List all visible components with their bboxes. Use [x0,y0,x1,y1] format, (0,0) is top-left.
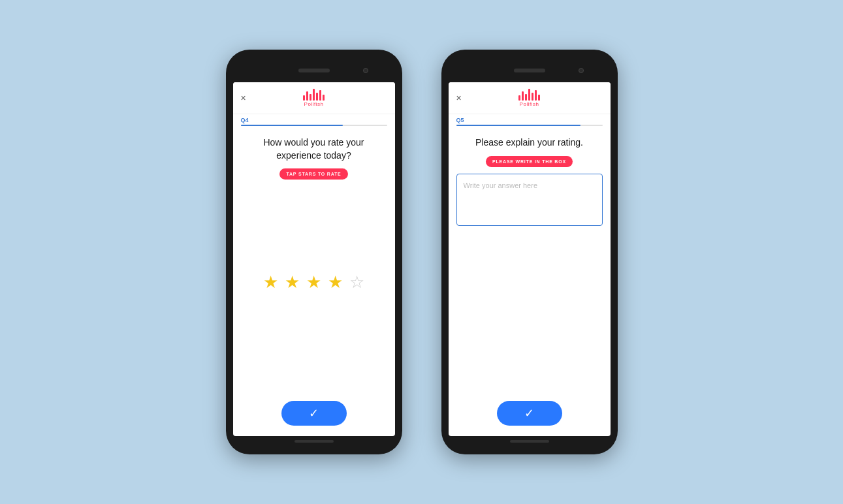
logo-bar-b7 [538,95,540,101]
close-button-1[interactable]: × [241,93,246,102]
logo-bar-b3 [525,94,527,101]
screen-2-content: Please explain your rating. PLEASE WRITE… [449,126,611,436]
speaker-1 [298,69,330,72]
screen-2-header: × Pollfish [449,82,611,114]
logo-bars-2 [518,89,540,101]
header-2-row: × Pollfish [456,89,603,107]
phone-2-screen: × Pollfish Q5 [449,82,611,436]
logo-bar-b1 [518,95,520,101]
brand-name-1: Pollfish [304,101,324,107]
screen-1-content: How would you rate your experience today… [233,126,395,436]
star-3[interactable]: ★ [306,272,321,292]
phone-1-screen: × Pollfish Q4 [233,82,395,436]
phone-2-bottom-bar [510,440,549,443]
speaker-2 [514,69,545,72]
star-5[interactable]: ☆ [349,272,364,292]
q-label-1: Q4 [241,117,387,123]
logo-bar-b2 [522,91,524,101]
progress-section-1: Q4 [233,114,395,126]
logo-bar-4 [313,89,315,101]
logo-bar-b6 [535,90,537,101]
close-button-2[interactable]: × [456,93,462,102]
logo-bar-3 [310,94,311,101]
camera-2 [579,68,584,73]
header-1-row: × Pollfish [241,89,387,107]
question-text-2: Please explain your rating. [475,136,583,150]
camera-1 [363,68,368,73]
logo-bars-1 [303,89,325,101]
stars-row: ★ ★ ★ ★ ☆ [263,272,364,292]
logo-bar-1 [303,95,305,101]
phone-1-bottom-bar [294,440,334,443]
brand-logo-1: Pollfish [303,89,325,107]
phone-1: × Pollfish Q4 [226,50,402,454]
logo-bar-b5 [532,93,533,101]
check-icon-1: ✓ [309,406,319,420]
progress-section-2: Q5 [449,114,611,126]
logo-bar-7 [323,95,325,101]
logo-bar-b4 [528,89,530,101]
answer-textarea[interactable] [456,174,603,226]
brand-name-2: Pollfish [520,101,539,107]
star-4[interactable]: ★ [328,272,343,292]
submit-button-1[interactable]: ✓ [281,401,347,426]
brand-logo-2: Pollfish [518,89,540,107]
cta-badge-1[interactable]: TAP STARS TO RATE [279,168,347,180]
logo-bar-6 [319,90,321,101]
question-text-1: How would you rate your experience today… [241,136,387,162]
check-icon-2: ✓ [524,406,534,420]
logo-bar-2 [306,91,308,101]
logo-bar-5 [316,93,318,101]
phone-2-top-bar [448,61,611,80]
phone-2: × Pollfish Q5 [441,50,618,454]
star-1[interactable]: ★ [263,272,278,292]
q-label-2: Q5 [456,117,603,123]
star-2[interactable]: ★ [285,272,300,292]
cta-badge-2[interactable]: PLEASE WRITE IN THE BOX [486,156,573,167]
screen-1-header: × Pollfish [233,82,395,114]
phone-1-top-bar [232,61,396,80]
submit-button-2[interactable]: ✓ [497,401,562,426]
